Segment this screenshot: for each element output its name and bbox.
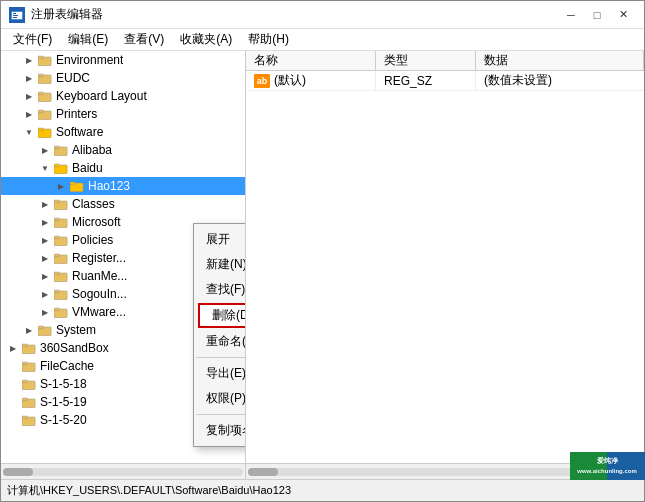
folder-icon bbox=[37, 107, 53, 121]
folder-icon bbox=[21, 395, 37, 409]
svg-rect-9 bbox=[38, 74, 43, 77]
tree-panel: ▶ Environment▶ EUDC▶ Keyboard Layout▶ Pr… bbox=[1, 51, 246, 463]
ctx-rename[interactable]: 重命名(R) bbox=[194, 329, 246, 354]
svg-rect-29 bbox=[54, 254, 59, 257]
tree-item[interactable]: ▼ Baidu bbox=[1, 159, 245, 177]
tree-item[interactable]: ▶ Environment bbox=[1, 51, 245, 69]
tree-item[interactable]: ▶ Keyboard Layout bbox=[1, 87, 245, 105]
minimize-button[interactable]: ─ bbox=[558, 5, 584, 25]
svg-rect-47 bbox=[22, 416, 27, 419]
tree-label: 360SandBox bbox=[40, 341, 109, 355]
right-content: ab (默认) REG_SZ (数值未设置) bbox=[246, 71, 644, 463]
tree-label: Classes bbox=[72, 197, 115, 211]
tree-label: Alibaba bbox=[72, 143, 112, 157]
tree-label: VMware... bbox=[72, 305, 126, 319]
menu-favorites[interactable]: 收藏夹(A) bbox=[172, 29, 240, 50]
ctx-permissions[interactable]: 权限(P)... bbox=[194, 386, 246, 411]
tree-label: FileCache bbox=[40, 359, 94, 373]
tree-label: System bbox=[56, 323, 96, 337]
svg-rect-27 bbox=[54, 236, 59, 239]
tree-expander: ▶ bbox=[37, 286, 53, 302]
svg-rect-39 bbox=[22, 344, 27, 347]
tree-item[interactable]: ▶ EUDC bbox=[1, 69, 245, 87]
tree-expander: ▶ bbox=[21, 322, 37, 338]
folder-icon bbox=[21, 377, 37, 391]
folder-icon bbox=[53, 161, 69, 175]
tree-item[interactable]: ▶ Alibaba bbox=[1, 141, 245, 159]
ctx-delete[interactable]: 删除(D) bbox=[198, 303, 246, 328]
svg-rect-37 bbox=[38, 326, 43, 329]
tree-label: Software bbox=[56, 125, 103, 139]
ctx-new[interactable]: 新建(N) ▶ bbox=[194, 252, 246, 277]
folder-icon bbox=[37, 125, 53, 139]
folder-icon bbox=[53, 143, 69, 157]
col-header-name: 名称 bbox=[246, 51, 376, 70]
folder-icon bbox=[37, 71, 53, 85]
tree-item[interactable]: ▶ Hao123 bbox=[1, 177, 245, 195]
tree-expander: ▶ bbox=[37, 232, 53, 248]
bottom-scrollbar-area bbox=[1, 463, 644, 479]
tree-label: S-1-5-19 bbox=[40, 395, 87, 409]
svg-rect-13 bbox=[38, 110, 43, 113]
svg-rect-11 bbox=[38, 92, 43, 95]
svg-text:爱纯净: 爱纯净 bbox=[597, 456, 619, 464]
ctx-find[interactable]: 查找(F)... bbox=[194, 277, 246, 302]
folder-icon bbox=[53, 269, 69, 283]
folder-icon bbox=[53, 215, 69, 229]
tree-expander: ▶ bbox=[21, 106, 37, 122]
data-row[interactable]: ab (默认) REG_SZ (数值未设置) bbox=[246, 71, 644, 91]
tree-label: S-1-5-20 bbox=[40, 413, 87, 427]
folder-icon bbox=[21, 341, 37, 355]
tree-label: EUDC bbox=[56, 71, 90, 85]
ctx-copy-name[interactable]: 复制项名称(C) bbox=[194, 418, 246, 443]
window-title: 注册表编辑器 bbox=[31, 6, 558, 23]
tree-expander: ▶ bbox=[37, 268, 53, 284]
svg-rect-19 bbox=[54, 164, 59, 167]
ctx-separator-2 bbox=[196, 414, 246, 415]
tree-expander: ▶ bbox=[37, 250, 53, 266]
tree-label: Environment bbox=[56, 53, 123, 67]
svg-rect-31 bbox=[54, 272, 59, 275]
folder-icon bbox=[37, 53, 53, 67]
svg-rect-3 bbox=[13, 13, 16, 14]
tree-label: Register... bbox=[72, 251, 126, 265]
folder-icon bbox=[37, 323, 53, 337]
ctx-export[interactable]: 导出(E) bbox=[194, 361, 246, 386]
menu-view[interactable]: 查看(V) bbox=[116, 29, 172, 50]
svg-rect-4 bbox=[13, 15, 18, 16]
menu-file[interactable]: 文件(F) bbox=[5, 29, 60, 50]
svg-rect-43 bbox=[22, 380, 27, 383]
tree-item[interactable]: ▶ Classes bbox=[1, 195, 245, 213]
svg-rect-35 bbox=[54, 308, 59, 311]
tree-expander: ▶ bbox=[21, 88, 37, 104]
right-panel: 名称 类型 数据 ab (默认) REG_SZ (数值未设置) bbox=[246, 51, 644, 463]
tree-expander: ▼ bbox=[37, 160, 53, 176]
folder-icon bbox=[21, 413, 37, 427]
col-header-type: 类型 bbox=[376, 51, 476, 70]
status-bar: 计算机\HKEY_USERS\.DEFAULT\Software\Baidu\H… bbox=[1, 479, 644, 501]
folder-icon bbox=[53, 287, 69, 301]
menu-edit[interactable]: 编辑(E) bbox=[60, 29, 116, 50]
ctx-expand[interactable]: 展开 bbox=[194, 227, 246, 252]
tree-expander: ▶ bbox=[5, 340, 21, 356]
tree-label: Baidu bbox=[72, 161, 103, 175]
tree-item[interactable]: ▶ Printers bbox=[1, 105, 245, 123]
tree-label: Microsoft bbox=[72, 215, 121, 229]
tree-expander: ▶ bbox=[37, 304, 53, 320]
svg-rect-33 bbox=[54, 290, 59, 293]
main-area: ▶ Environment▶ EUDC▶ Keyboard Layout▶ Pr… bbox=[1, 51, 644, 463]
svg-rect-7 bbox=[38, 56, 43, 59]
svg-rect-5 bbox=[13, 17, 17, 18]
svg-rect-15 bbox=[38, 128, 43, 131]
close-button[interactable]: ✕ bbox=[610, 5, 636, 25]
tree-expander bbox=[5, 412, 21, 428]
folder-icon bbox=[69, 179, 85, 193]
tree-label: RuanMe... bbox=[72, 269, 127, 283]
maximize-button[interactable]: □ bbox=[584, 5, 610, 25]
tree-label: Policies bbox=[72, 233, 113, 247]
watermark: 爱纯净 www.aichunling.com bbox=[570, 452, 645, 480]
tree-hscroll[interactable] bbox=[1, 464, 246, 479]
tree-item[interactable]: ▼ Software bbox=[1, 123, 245, 141]
menu-help[interactable]: 帮助(H) bbox=[240, 29, 297, 50]
right-header: 名称 类型 数据 bbox=[246, 51, 644, 71]
